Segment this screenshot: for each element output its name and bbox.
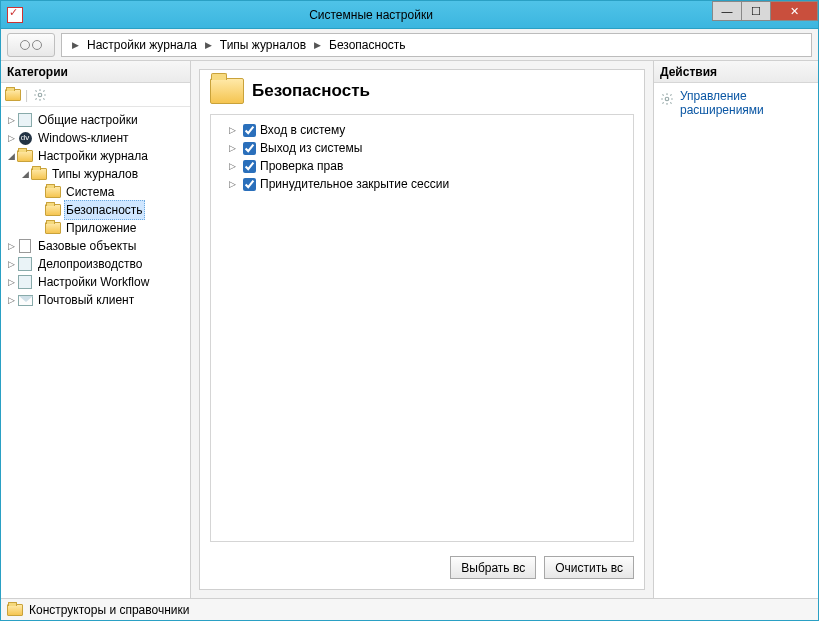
expand-icon[interactable]: ▷ xyxy=(5,237,17,255)
expand-icon[interactable]: ▷ xyxy=(229,161,239,171)
minimize-button[interactable]: — xyxy=(712,1,742,21)
tree-item-label: Настройки журнала xyxy=(36,147,150,165)
actions-header: Действия xyxy=(654,61,818,83)
event-row: ▷Выход из системы xyxy=(217,139,627,157)
chevron-right-icon: ▶ xyxy=(205,40,212,50)
categories-tree[interactable]: ▷Общие настройки▷dvWindows-клиент◢Настро… xyxy=(1,107,190,598)
gear-icon xyxy=(660,91,674,107)
folder-icon xyxy=(45,220,61,236)
folder-icon xyxy=(45,202,61,218)
tree-item-label: Типы журналов xyxy=(50,165,140,183)
tree-item[interactable]: ▷Общие настройки xyxy=(3,111,190,129)
folder-icon xyxy=(7,602,23,618)
expand-icon[interactable]: ▷ xyxy=(5,273,17,291)
tree-item-label: Базовые объекты xyxy=(36,237,138,255)
nav-back-forward[interactable] xyxy=(7,33,55,57)
breadcrumb[interactable]: ▶ Настройки журнала ▶ Типы журналов ▶ Бе… xyxy=(61,33,812,57)
manage-extensions-link[interactable]: Управление расширениями xyxy=(660,89,812,117)
breadcrumb-item-0[interactable]: Настройки журнала xyxy=(85,38,199,52)
content-panel: Безопасность ▷Вход в систему▷Выход из си… xyxy=(199,69,645,590)
maximize-button[interactable]: ☐ xyxy=(741,1,771,21)
categories-pane: Категории | ▷Общие настройки▷dvWindows-к… xyxy=(1,61,191,598)
tree-item-label: Настройки Workflow xyxy=(36,273,151,291)
window: Системные настройки — ☐ ✕ ▶ Настройки жу… xyxy=(0,0,819,621)
folder-icon[interactable] xyxy=(5,87,21,103)
expand-icon[interactable]: ▷ xyxy=(5,111,17,129)
svg-point-1 xyxy=(665,97,669,101)
expand-icon[interactable]: ▷ xyxy=(5,291,17,309)
tree-item-label: Приложение xyxy=(64,219,138,237)
events-list: ▷Вход в систему▷Выход из системы▷Проверк… xyxy=(210,114,634,542)
event-row: ▷Принудительное закрытие сессии xyxy=(217,175,627,193)
folder-icon xyxy=(31,166,47,182)
body: Категории | ▷Общие настройки▷dvWindows-к… xyxy=(1,61,818,598)
manage-extensions-label: Управление расширениями xyxy=(680,89,812,117)
window-title: Системные настройки xyxy=(29,8,713,22)
expand-icon[interactable]: ▷ xyxy=(229,125,239,135)
select-all-button[interactable]: Выбрать вс xyxy=(450,556,536,579)
tree-item[interactable]: Система xyxy=(3,183,190,201)
tree-item-label: Общие настройки xyxy=(36,111,140,129)
expand-icon[interactable]: ▷ xyxy=(5,255,17,273)
tree-item[interactable]: ▷Делопроизводство xyxy=(3,255,190,273)
card-icon xyxy=(17,112,33,128)
status-text: Конструкторы и справочники xyxy=(29,603,189,617)
nav-forward-icon xyxy=(32,40,42,50)
folder-icon xyxy=(17,148,33,164)
titlebar: Системные настройки — ☐ ✕ xyxy=(1,1,818,29)
event-label: Вход в систему xyxy=(260,123,345,137)
event-checkbox[interactable] xyxy=(243,160,256,173)
tree-item[interactable]: ◢Типы журналов xyxy=(3,165,190,183)
folder-icon xyxy=(210,78,244,104)
tree-item-label: Windows-клиент xyxy=(36,129,131,147)
tree-item[interactable]: ▷Настройки Workflow xyxy=(3,273,190,291)
window-controls: — ☐ ✕ xyxy=(713,1,818,28)
main-pane: Безопасность ▷Вход в систему▷Выход из си… xyxy=(191,61,653,598)
app-icon xyxy=(7,7,23,23)
event-row: ▷Вход в систему xyxy=(217,121,627,139)
mail-icon xyxy=(17,292,33,308)
breadcrumb-item-1[interactable]: Типы журналов xyxy=(218,38,308,52)
tree-item-label: Безопасность xyxy=(64,200,145,220)
event-checkbox[interactable] xyxy=(243,178,256,191)
tree-item[interactable]: ◢Настройки журнала xyxy=(3,147,190,165)
tree-item[interactable]: Приложение xyxy=(3,219,190,237)
categories-toolbar: | xyxy=(1,83,190,107)
card-icon xyxy=(17,274,33,290)
clear-all-button[interactable]: Очистить вс xyxy=(544,556,634,579)
expand-icon[interactable]: ▷ xyxy=(229,143,239,153)
close-button[interactable]: ✕ xyxy=(770,1,818,21)
actions-pane: Действия Управление расширениями xyxy=(653,61,818,598)
event-label: Принудительное закрытие сессии xyxy=(260,177,449,191)
tree-item[interactable]: Безопасность xyxy=(3,201,190,219)
card-icon xyxy=(17,256,33,272)
event-checkbox[interactable] xyxy=(243,124,256,137)
gear-icon[interactable] xyxy=(32,87,48,103)
chevron-right-icon: ▶ xyxy=(314,40,321,50)
nav-row: ▶ Настройки журнала ▶ Типы журналов ▶ Бе… xyxy=(1,29,818,61)
folder-icon xyxy=(45,184,61,200)
event-row: ▷Проверка прав xyxy=(217,157,627,175)
expand-icon[interactable]: ▷ xyxy=(5,129,17,147)
event-checkbox[interactable] xyxy=(243,142,256,155)
tree-item-label: Система xyxy=(64,183,116,201)
content-header: Безопасность xyxy=(200,70,644,110)
toolbar-separator: | xyxy=(25,88,28,102)
expand-icon[interactable]: ▷ xyxy=(229,179,239,189)
tree-item-label: Почтовый клиент xyxy=(36,291,136,309)
status-bar: Конструкторы и справочники xyxy=(1,598,818,620)
event-label: Проверка прав xyxy=(260,159,343,173)
event-label: Выход из системы xyxy=(260,141,362,155)
collapse-icon[interactable]: ◢ xyxy=(5,147,17,165)
dv-icon: dv xyxy=(17,130,33,146)
page-title: Безопасность xyxy=(252,81,370,101)
breadcrumb-item-2[interactable]: Безопасность xyxy=(327,38,408,52)
doc-icon xyxy=(17,238,33,254)
tree-item[interactable]: ▷dvWindows-клиент xyxy=(3,129,190,147)
nav-back-icon xyxy=(20,40,30,50)
collapse-icon[interactable]: ◢ xyxy=(19,165,31,183)
tree-item[interactable]: ▷Почтовый клиент xyxy=(3,291,190,309)
chevron-right-icon: ▶ xyxy=(72,40,79,50)
actions-body: Управление расширениями xyxy=(654,83,818,123)
tree-item[interactable]: ▷Базовые объекты xyxy=(3,237,190,255)
